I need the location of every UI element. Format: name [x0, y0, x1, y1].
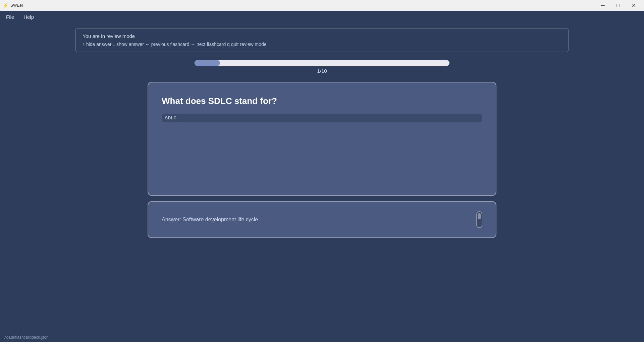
tag-badge: SDLC [162, 114, 482, 122]
title-bar: ⚡ SWEe! ─ □ ✕ [0, 0, 644, 11]
title-bar-controls: ─ □ ✕ [595, 0, 641, 11]
answer-text: Answer: Software development life cycle [162, 217, 258, 223]
question-card: What does SDLC stand for? SDLC [148, 82, 496, 196]
progress-bar-fill [195, 60, 220, 66]
scroll-thumb [478, 213, 481, 219]
title-bar-left: ⚡ SWEe! [3, 3, 23, 8]
info-box: You are in review mode ↑ hide answer ↓ s… [75, 28, 569, 52]
scroll-indicator[interactable] [476, 211, 482, 228]
app-title: SWEe! [10, 3, 23, 8]
menu-file[interactable]: File [4, 13, 16, 21]
app-icon: ⚡ [3, 3, 8, 8]
progress-text: 1/10 [317, 68, 327, 74]
menu-bar: File Help [0, 11, 644, 23]
status-bar: .\data\flashcarddeck.json [0, 333, 644, 342]
status-filepath: .\data\flashcarddeck.json [4, 335, 49, 340]
menu-help[interactable]: Help [21, 13, 36, 21]
review-mode-title: You are in review mode [83, 33, 561, 39]
main-content: You are in review mode ↑ hide answer ↓ s… [0, 23, 644, 342]
close-button[interactable]: ✕ [626, 0, 641, 11]
minimize-button[interactable]: ─ [595, 0, 610, 11]
answer-card: Answer: Software development life cycle [148, 201, 496, 238]
keyboard-shortcuts: ↑ hide answer ↓ show answer ← previous f… [83, 42, 561, 47]
progress-bar-container [195, 60, 449, 66]
progress-section: 1/10 [195, 60, 449, 74]
question-text: What does SDLC stand for? [162, 96, 482, 106]
flashcard-area: What does SDLC stand for? SDLC Answer: S… [148, 82, 496, 238]
maximize-button[interactable]: □ [610, 0, 626, 11]
